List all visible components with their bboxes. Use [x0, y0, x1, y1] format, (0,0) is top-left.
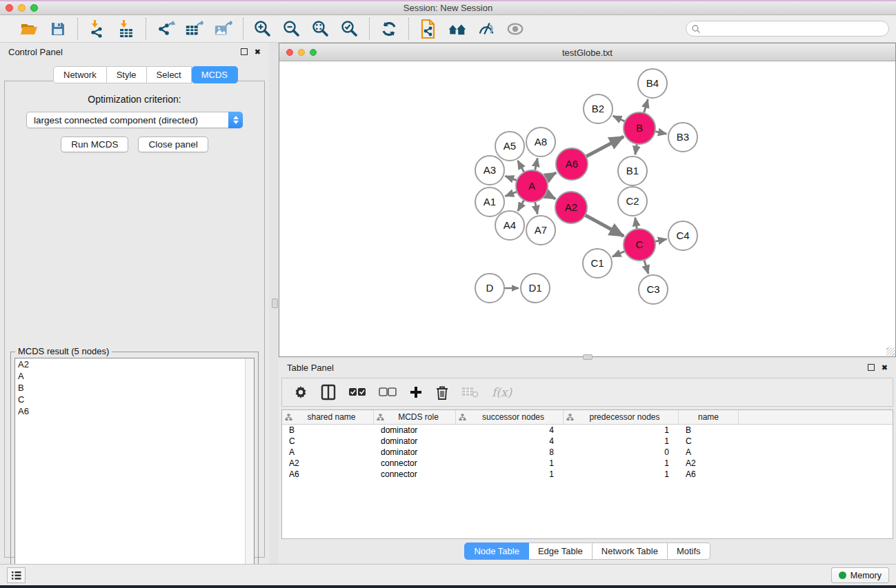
- table-cell[interactable]: A: [282, 447, 374, 457]
- graph-node-A[interactable]: A: [516, 170, 548, 202]
- tab-node-table[interactable]: Node Table: [464, 543, 529, 560]
- result-list-item[interactable]: B: [15, 382, 254, 394]
- console-button[interactable]: [7, 567, 26, 583]
- graph-node-B[interactable]: B: [624, 112, 655, 144]
- function-builder-icon[interactable]: f(x): [492, 383, 512, 401]
- export-network-icon[interactable]: [156, 19, 175, 39]
- optimization-criterion-dropdown[interactable]: largest connected component (directed): [26, 112, 243, 128]
- result-list-item[interactable]: A6: [15, 405, 254, 417]
- table-row[interactable]: A2connector11A2: [282, 458, 893, 469]
- graph-node-A7[interactable]: A7: [526, 216, 555, 245]
- network-canvas[interactable]: B4B2BB3A5A8A6A3B1AA1C2A2A4A7C4CC1C3DD1: [279, 61, 895, 356]
- graph-node-A2[interactable]: A2: [555, 192, 587, 223]
- delete-table-icon[interactable]: [461, 383, 479, 401]
- table-cell[interactable]: 4: [456, 436, 564, 446]
- graph-node-A3[interactable]: A3: [475, 156, 504, 185]
- table-cell[interactable]: dominator: [374, 436, 456, 446]
- first-neighbors-icon[interactable]: [448, 19, 467, 39]
- select-all-columns-icon[interactable]: [348, 383, 366, 401]
- zoom-fit-icon[interactable]: [311, 19, 330, 39]
- graph-node-C2[interactable]: C2: [618, 187, 647, 216]
- tab-network[interactable]: Network: [53, 66, 107, 83]
- close-table-panel-icon[interactable]: ✖: [882, 363, 888, 372]
- table-cell[interactable]: B: [679, 425, 739, 435]
- column-header-MCDS-role[interactable]: MCDS role: [374, 410, 456, 424]
- graph-node-C4[interactable]: C4: [668, 221, 697, 250]
- show-graphics-details-icon[interactable]: [506, 19, 525, 39]
- column-header-predecessor-nodes[interactable]: predecessor nodes: [564, 410, 679, 424]
- table-cell[interactable]: A: [679, 447, 739, 457]
- table-cell[interactable]: connector: [374, 469, 456, 479]
- table-settings-icon[interactable]: [293, 383, 308, 401]
- graph-node-B1[interactable]: B1: [618, 156, 647, 185]
- import-network-icon[interactable]: [88, 19, 107, 39]
- float-panel-icon[interactable]: [241, 48, 248, 55]
- vertical-splitter-grip[interactable]: [272, 298, 278, 308]
- save-session-icon[interactable]: [48, 19, 68, 39]
- table-cell[interactable]: 1: [456, 458, 564, 468]
- graph-node-A4[interactable]: A4: [495, 211, 524, 240]
- mcds-result-list[interactable]: A2ABCA6: [14, 358, 255, 580]
- new-network-from-selection-icon[interactable]: [419, 19, 438, 39]
- graph-node-A5[interactable]: A5: [495, 132, 524, 161]
- tab-network-table[interactable]: Network Table: [593, 543, 668, 560]
- table-cell[interactable]: dominator: [374, 447, 456, 457]
- table-cell[interactable]: A2: [282, 458, 374, 468]
- tab-select[interactable]: Select: [147, 66, 192, 83]
- table-cell[interactable]: 1: [564, 425, 679, 435]
- column-header-successor-nodes[interactable]: successor nodes: [456, 410, 564, 424]
- table-row[interactable]: Cdominator41C: [282, 436, 893, 447]
- tab-style[interactable]: Style: [107, 66, 147, 83]
- table-row[interactable]: Adominator80A: [282, 447, 893, 458]
- import-table-icon[interactable]: [117, 19, 136, 39]
- result-list-item[interactable]: A2: [15, 358, 254, 370]
- refresh-icon[interactable]: [379, 19, 399, 39]
- horizontal-splitter-grip[interactable]: [583, 354, 593, 360]
- table-cell[interactable]: A2: [679, 458, 739, 468]
- graph-node-B4[interactable]: B4: [638, 69, 667, 98]
- zoom-selected-icon[interactable]: [340, 19, 359, 39]
- table-cell[interactable]: 8: [456, 447, 564, 457]
- float-table-panel-icon[interactable]: [868, 364, 875, 371]
- tab-edge-table[interactable]: Edge Table: [529, 543, 593, 560]
- graph-node-C3[interactable]: C3: [639, 275, 668, 304]
- search-field[interactable]: [686, 21, 889, 37]
- table-cell[interactable]: connector: [374, 458, 456, 468]
- table-cell[interactable]: 1: [456, 469, 564, 479]
- table-cell[interactable]: 1: [564, 469, 679, 479]
- result-list-item[interactable]: A: [15, 370, 254, 382]
- result-list-scrollbar[interactable]: [245, 358, 254, 579]
- graph-node-A8[interactable]: A8: [526, 128, 555, 156]
- add-column-icon[interactable]: [409, 383, 423, 401]
- graph-node-A6[interactable]: A6: [556, 148, 588, 180]
- memory-button[interactable]: Memory: [831, 567, 889, 583]
- table-cell[interactable]: A6: [282, 469, 374, 479]
- graph-node-C[interactable]: C: [624, 229, 655, 261]
- column-chooser-icon[interactable]: [321, 383, 336, 401]
- export-image-icon[interactable]: [214, 19, 233, 39]
- table-row[interactable]: Bdominator41B: [282, 425, 893, 436]
- table-cell[interactable]: C: [679, 436, 739, 446]
- graph-node-D1[interactable]: D1: [521, 274, 550, 303]
- table-row[interactable]: A6connector11A6: [282, 469, 893, 480]
- tab-motifs[interactable]: Motifs: [668, 543, 710, 560]
- graph-node-A1[interactable]: A1: [475, 187, 504, 216]
- zoom-out-icon[interactable]: [282, 19, 301, 39]
- column-header-name[interactable]: name: [679, 410, 739, 424]
- table-cell[interactable]: 1: [564, 436, 679, 446]
- window-resize-grip[interactable]: [886, 347, 895, 356]
- table-cell[interactable]: C: [282, 436, 374, 446]
- graph-node-C1[interactable]: C1: [583, 249, 612, 278]
- close-panel-button[interactable]: Close panel: [138, 136, 208, 152]
- search-input[interactable]: [701, 23, 888, 35]
- open-file-icon[interactable]: [19, 19, 39, 39]
- tab-mcds[interactable]: MCDS: [192, 66, 238, 83]
- column-header-shared-name[interactable]: shared name: [282, 410, 374, 424]
- run-mcds-button[interactable]: Run MCDS: [61, 136, 128, 152]
- graph-node-B2[interactable]: B2: [584, 94, 613, 123]
- table-cell[interactable]: 4: [456, 425, 564, 435]
- close-panel-icon[interactable]: ✖: [255, 48, 261, 57]
- table-cell[interactable]: 1: [564, 458, 679, 468]
- export-table-icon[interactable]: [185, 19, 204, 39]
- table-cell[interactable]: 0: [564, 447, 679, 457]
